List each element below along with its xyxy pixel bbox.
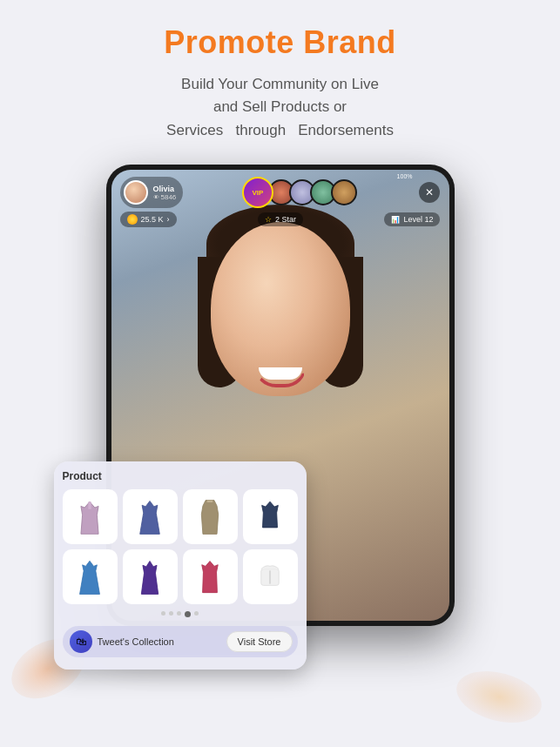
level-value: Level 12 xyxy=(403,215,433,224)
product-item-8[interactable] xyxy=(243,549,298,604)
product-item-5[interactable] xyxy=(63,549,118,604)
vip-badge-text: VIP xyxy=(252,189,263,197)
dress-icon-4 xyxy=(255,499,285,535)
product-grid xyxy=(63,489,298,604)
page-wrapper: Promote Brand Build Your Community on Li… xyxy=(0,0,560,747)
store-name: Tweet's Collection xyxy=(98,636,174,647)
store-bag-icon: 🛍 xyxy=(76,636,86,648)
coin-icon xyxy=(127,214,138,225)
streamer-avatar xyxy=(124,180,148,205)
coins-value: 25.5 K xyxy=(141,215,164,224)
dress-icon-5 xyxy=(75,559,105,596)
viewer-avatar-3 xyxy=(310,179,336,205)
coins-badge: 25.5 K › xyxy=(120,212,177,227)
dress-icon-8 xyxy=(255,559,285,596)
visit-store-button[interactable]: Visit Store xyxy=(226,631,293,652)
stream-top-bar: Olivia 👁 5846 VIP xyxy=(120,177,441,208)
pagination-dots xyxy=(63,611,298,617)
product-item-1[interactable] xyxy=(63,489,118,544)
dot-1[interactable] xyxy=(161,611,165,616)
viewer-avatars: VIP xyxy=(246,177,357,208)
store-info: 🛍 Tweet's Collection xyxy=(70,630,174,653)
dress-icon-6 xyxy=(135,559,165,596)
smile xyxy=(254,366,307,387)
page-title: Promote Brand xyxy=(164,24,396,61)
viewer-avatar-1 xyxy=(268,179,294,205)
eye-icon: 👁 xyxy=(153,194,159,200)
streamer-name: Olivia xyxy=(153,185,177,193)
viewer-avatar-4 xyxy=(331,179,357,205)
dot-2[interactable] xyxy=(169,611,173,616)
dress-icon-3 xyxy=(195,499,225,535)
vip-badge: VIP xyxy=(242,177,273,208)
dress-icon-1 xyxy=(75,499,105,535)
product-panel: Product xyxy=(54,461,307,670)
level-badge: 📊 Level 12 xyxy=(384,212,440,226)
viewer-avatar-2 xyxy=(289,179,315,205)
face-oval xyxy=(211,222,350,396)
dress-icon-7 xyxy=(195,559,225,596)
streamer-details: Olivia 👁 5846 xyxy=(153,185,177,201)
product-item-4[interactable] xyxy=(243,489,298,544)
viewer-count: 5846 xyxy=(161,193,177,201)
product-item-7[interactable] xyxy=(183,549,238,604)
brush-decor-right xyxy=(451,663,548,731)
panel-footer: 🛍 Tweet's Collection Visit Store xyxy=(63,626,298,657)
battery-indicator: 100% xyxy=(397,173,413,179)
streamer-viewers: 👁 5846 xyxy=(153,193,177,201)
tablet-container: 100% Olivia 👁 5846 xyxy=(106,165,455,652)
close-icon: ✕ xyxy=(425,186,434,199)
product-item-2[interactable] xyxy=(123,489,178,544)
product-item-6[interactable] xyxy=(123,549,178,604)
product-item-3[interactable] xyxy=(183,489,238,544)
store-icon: 🛍 xyxy=(70,630,92,653)
dot-3[interactable] xyxy=(177,611,181,616)
dot-5[interactable] xyxy=(194,611,199,616)
level-icon: 📊 xyxy=(391,216,400,224)
dot-4[interactable] xyxy=(185,611,191,617)
product-label: Product xyxy=(63,470,298,482)
header-section: Promote Brand Build Your Community on Li… xyxy=(164,0,396,142)
streamer-info: Olivia 👁 5846 xyxy=(120,177,184,208)
close-button[interactable]: ✕ xyxy=(419,182,440,203)
page-subtitle: Build Your Community on Liveand Sell Pro… xyxy=(164,73,396,142)
coins-chevron: › xyxy=(167,215,170,224)
streamer-face xyxy=(193,205,368,448)
dress-icon-2 xyxy=(135,499,165,535)
